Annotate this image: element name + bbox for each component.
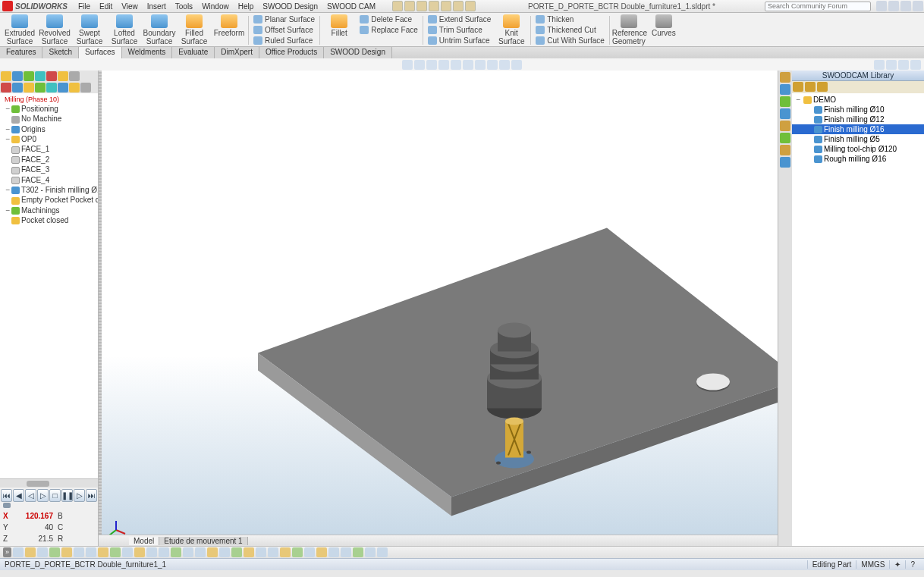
status-extra-icon[interactable]: ✦ xyxy=(889,560,905,569)
tree-hscrollbar[interactable] xyxy=(0,478,98,488)
vptab-motion[interactable]: Etude de mouvement 1 xyxy=(159,537,247,545)
fm-ico3-icon[interactable] xyxy=(24,83,34,93)
tab-sketch[interactable]: Sketch xyxy=(42,47,79,58)
library-item[interactable]: Milling tool-chip Ø120 xyxy=(792,144,924,154)
tp-tab2-icon[interactable] xyxy=(780,84,790,95)
fm-ico7-icon[interactable] xyxy=(69,83,80,93)
lowbar-btn[interactable] xyxy=(292,547,303,557)
lowbar-chevron-icon[interactable]: » xyxy=(3,547,11,557)
menu-window[interactable]: Window xyxy=(197,2,234,11)
fm-ico5-icon[interactable] xyxy=(46,83,57,93)
sim-play-button[interactable]: ▷ xyxy=(37,489,49,502)
cmd-trim-surface[interactable]: Trim Surface xyxy=(426,25,493,35)
fm-tab-tree-icon[interactable] xyxy=(1,71,11,81)
cmd-replace-face[interactable]: Replace Face xyxy=(357,25,420,35)
lowbar-btn[interactable] xyxy=(341,547,351,557)
lowbar-btn[interactable] xyxy=(25,547,36,557)
tab-surfaces[interactable]: Surfaces xyxy=(79,47,121,58)
cmd-boundary-surface[interactable]: BoundarySurface xyxy=(143,14,176,46)
cmd-lofted-surface[interactable]: LoftedSurface xyxy=(108,14,141,46)
lowbar-btn[interactable] xyxy=(37,547,48,557)
tab-swood-design[interactable]: SWOOD Design xyxy=(324,47,392,58)
fm-tab-prop-icon[interactable] xyxy=(12,71,23,81)
restore-icon[interactable] xyxy=(900,1,911,11)
qat-undo-icon[interactable] xyxy=(441,1,451,11)
lowbar-btn[interactable] xyxy=(377,547,388,557)
menu-view[interactable]: View xyxy=(117,2,143,11)
tp-tab3-icon[interactable] xyxy=(780,96,790,107)
lib-ico1-icon[interactable] xyxy=(793,82,803,92)
menu-swood-cam[interactable]: SWOOD CAM xyxy=(322,2,380,11)
cmd-extruded-surface[interactable]: ExtrudedSurface xyxy=(3,14,36,46)
lowbar-btn[interactable] xyxy=(74,547,84,557)
qat-new-icon[interactable] xyxy=(392,1,403,11)
cmd-extend-surface[interactable]: Extend Surface xyxy=(426,14,493,24)
lowbar-btn[interactable] xyxy=(13,547,24,557)
view-zoom-area-icon[interactable] xyxy=(414,60,425,70)
tab-features[interactable]: Features xyxy=(0,47,42,58)
tp-tab6-icon[interactable] xyxy=(780,133,790,143)
qat-options-icon[interactable] xyxy=(465,1,476,11)
tp-tab7-icon[interactable] xyxy=(780,145,790,155)
lowbar-btn[interactable] xyxy=(122,547,133,557)
lowbar-btn[interactable] xyxy=(110,547,121,557)
tree-node[interactable]: −Machinings xyxy=(0,205,98,215)
lowbar-btn[interactable] xyxy=(98,547,108,557)
lowbar-btn[interactable] xyxy=(49,547,60,557)
qat-open-icon[interactable] xyxy=(404,1,415,11)
lowbar-btn[interactable] xyxy=(304,547,315,557)
tab-weldments[interactable]: Weldments xyxy=(122,47,173,58)
close-icon[interactable] xyxy=(913,1,923,11)
tp-tab4-icon[interactable] xyxy=(780,108,790,119)
cmd-delete-face[interactable]: Delete Face xyxy=(357,14,420,24)
minimize-icon[interactable] xyxy=(888,1,899,11)
tree-node[interactable]: FACE_4 xyxy=(0,175,98,185)
sim-step-back-button[interactable]: ◁ xyxy=(25,489,36,502)
cmd-curves[interactable]: Curves xyxy=(647,14,680,46)
lowbar-btn[interactable] xyxy=(195,547,206,557)
tree-node[interactable]: −Positioning xyxy=(0,104,98,114)
library-root[interactable]: −DEMO xyxy=(792,95,924,105)
fm-tab-display-icon[interactable] xyxy=(46,71,57,81)
fm-tab-extra-icon[interactable] xyxy=(69,71,80,81)
qat-save-icon[interactable] xyxy=(416,1,427,11)
viewport-link-icon[interactable] xyxy=(886,60,897,70)
fm-ico8-icon[interactable] xyxy=(80,83,91,93)
library-item[interactable]: Finish milling Ø12 xyxy=(792,114,924,124)
menu-swood-design[interactable]: SWOOD Design xyxy=(258,2,322,11)
sim-step-fwd-button[interactable]: ▷ xyxy=(74,489,85,502)
viewport-splitter[interactable] xyxy=(99,71,102,535)
tree-node[interactable]: FACE_2 xyxy=(0,155,98,165)
menu-insert[interactable]: Insert xyxy=(143,2,171,11)
view-appearance-icon[interactable] xyxy=(487,60,498,70)
library-item[interactable]: Rough milling Ø16 xyxy=(792,154,924,164)
view-zoom-fit-icon[interactable] xyxy=(402,60,413,70)
lowbar-btn[interactable] xyxy=(353,547,363,557)
fm-tab-config-icon[interactable] xyxy=(24,71,34,81)
cmd-thickened-cut[interactable]: Thickened Cut xyxy=(533,25,607,35)
lowbar-btn[interactable] xyxy=(244,547,254,557)
menu-edit[interactable]: Edit xyxy=(95,2,117,11)
tree-node[interactable]: No Machine xyxy=(0,114,98,124)
help-icon[interactable] xyxy=(876,1,887,11)
sim-stop-button[interactable]: □ xyxy=(49,489,61,502)
sim-first-button[interactable]: ⏮ xyxy=(1,489,12,502)
lowbar-btn[interactable] xyxy=(256,547,266,557)
sim-prev-button[interactable]: ◀ xyxy=(13,489,24,502)
cmd-ruled-surface[interactable]: Ruled Surface xyxy=(251,36,317,45)
cmd-filled-surface[interactable]: FilledSurface xyxy=(178,14,211,46)
tree-node[interactable]: −OP0 xyxy=(0,134,98,144)
qat-print-icon[interactable] xyxy=(429,1,439,11)
lib-ico2-icon[interactable] xyxy=(805,82,816,92)
lowbar-btn[interactable] xyxy=(365,547,376,557)
lowbar-btn[interactable] xyxy=(268,547,278,557)
lowbar-btn[interactable] xyxy=(231,547,242,557)
fm-ico1-icon[interactable] xyxy=(1,83,11,93)
cmd-cut-with-surface[interactable]: Cut With Surface xyxy=(533,36,607,45)
lowbar-btn[interactable] xyxy=(134,547,145,557)
fm-ico2-icon[interactable] xyxy=(12,83,23,93)
viewport-close-icon[interactable] xyxy=(910,60,921,70)
view-scene-icon[interactable] xyxy=(499,60,510,70)
lowbar-btn[interactable] xyxy=(219,547,230,557)
cmd-swept-surface[interactable]: SweptSurface xyxy=(73,14,106,46)
